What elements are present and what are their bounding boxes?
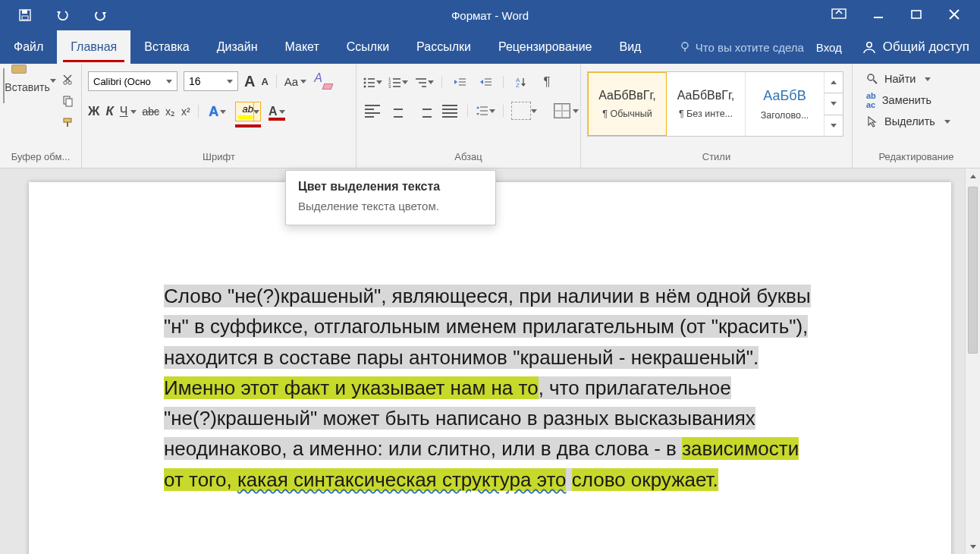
subscript-button[interactable]: x₂	[165, 105, 175, 118]
tell-me-placeholder: Что вы хотите сдела	[696, 41, 804, 54]
search-icon	[866, 73, 878, 85]
underline-button[interactable]: Ч	[120, 105, 137, 118]
group-font: Calibri (Осно 16 A A Aa A Ж К Ч abc x₂ x…	[82, 64, 357, 168]
group-label-editing: Редактирование	[853, 151, 980, 168]
tab-view[interactable]: Вид	[605, 30, 655, 64]
tab-mailings[interactable]: Рассылки	[403, 30, 485, 64]
save-icon[interactable]	[17, 7, 33, 24]
scrollbar-thumb[interactable]	[968, 187, 978, 354]
justify-button[interactable]	[440, 102, 460, 120]
svg-text:3: 3	[388, 84, 391, 88]
font-name-combo[interactable]: Calibri (Осно	[88, 71, 177, 91]
numbering-button[interactable]: 123	[388, 73, 408, 91]
style-no-spacing[interactable]: АаБбВвГг, ¶ Без инте...	[667, 72, 746, 136]
cursor-icon	[866, 115, 878, 127]
group-label-styles: Стили	[581, 151, 852, 168]
svg-line-47	[874, 80, 878, 84]
tab-file[interactable]: Файл	[0, 30, 57, 64]
close-icon[interactable]	[948, 8, 960, 23]
find-button[interactable]: Найти	[866, 73, 950, 85]
sign-in-link[interactable]: Вход	[807, 30, 851, 64]
group-styles: АаБбВвГг, ¶ Обычный АаБбВвГг, ¶ Без инте…	[581, 64, 853, 168]
text-highlight-color-button[interactable]: ab	[235, 102, 261, 121]
share-button[interactable]: Общий доступ	[851, 30, 980, 64]
redo-icon[interactable]	[93, 7, 109, 24]
group-clipboard: Вставить Буфер обм...	[0, 64, 82, 168]
bullets-button[interactable]	[363, 73, 382, 91]
document-paragraph[interactable]: Слово "не(?)крашеный", являющееся, при н…	[164, 281, 822, 495]
lightbulb-icon	[679, 41, 691, 53]
page[interactable]: Слово "не(?)крашеный", являющееся, при н…	[29, 182, 951, 554]
grow-font-button[interactable]: A	[244, 73, 255, 90]
document-canvas: Слово "не(?)крашеный", являющееся, при н…	[0, 168, 980, 554]
share-icon	[862, 39, 877, 55]
tab-layout[interactable]: Макет	[272, 30, 333, 64]
replace-button[interactable]: abac Заменить	[866, 91, 950, 109]
scroll-down-icon[interactable]	[966, 539, 980, 554]
shrink-font-button[interactable]: A	[261, 76, 268, 87]
svg-rect-16	[66, 99, 72, 106]
style-normal[interactable]: АаБбВвГг, ¶ Обычный	[588, 72, 667, 136]
svg-point-21	[364, 82, 366, 84]
font-color-button[interactable]: A	[267, 102, 287, 121]
svg-rect-17	[64, 118, 71, 122]
align-center-button[interactable]	[388, 102, 408, 120]
svg-text:Z: Z	[516, 82, 520, 88]
group-paragraph: 123 AZ ¶ Абзац	[357, 64, 581, 168]
borders-button[interactable]	[554, 103, 579, 118]
svg-point-11	[64, 81, 67, 84]
svg-point-19	[364, 78, 366, 80]
superscript-button[interactable]: x²	[181, 105, 190, 118]
ribbon: Вставить Буфер обм... Calibri (Осно 16 A…	[0, 64, 980, 168]
svg-point-10	[867, 42, 872, 47]
tab-references[interactable]: Ссылки	[333, 30, 403, 64]
window-controls	[831, 8, 980, 23]
show-paragraph-marks-button[interactable]: ¶	[537, 73, 557, 91]
font-size-combo[interactable]: 16	[184, 71, 238, 91]
styles-gallery-more[interactable]	[825, 72, 843, 136]
decrease-indent-button[interactable]	[450, 73, 470, 91]
text-effects-button[interactable]: A	[206, 102, 229, 121]
clipboard-icon	[3, 68, 5, 103]
select-button[interactable]: Выделить	[866, 115, 950, 127]
increase-indent-button[interactable]	[476, 73, 495, 91]
italic-button[interactable]: К	[105, 104, 113, 119]
tooltip-title: Цвет выделения текста	[298, 180, 483, 194]
tooltip-body: Выделение текста цветом.	[298, 200, 483, 212]
undo-icon[interactable]	[55, 7, 71, 24]
cut-icon[interactable]	[59, 71, 76, 88]
change-case-button[interactable]: Aa	[284, 75, 306, 88]
scroll-up-icon[interactable]	[966, 168, 980, 184]
style-heading1[interactable]: АаБбВ Заголово...	[746, 72, 825, 136]
tab-insert[interactable]: Вставка	[130, 30, 203, 64]
minimize-icon[interactable]	[872, 8, 884, 23]
group-label-clipboard: Буфер обм...	[0, 151, 81, 168]
replace-icon: abac	[866, 91, 876, 109]
tell-me-search[interactable]: Что вы хотите сдела	[671, 30, 807, 64]
align-left-button[interactable]	[363, 102, 382, 120]
group-label-font: Шрифт	[82, 151, 356, 168]
tab-review[interactable]: Рецензирование	[485, 30, 606, 64]
svg-rect-5	[912, 11, 921, 18]
svg-point-46	[868, 74, 874, 80]
tab-home[interactable]: Главная	[57, 30, 130, 64]
strikethrough-button[interactable]: abc	[143, 105, 160, 118]
sort-button[interactable]: AZ	[511, 73, 531, 91]
clear-formatting-button[interactable]: A	[313, 73, 332, 90]
multilevel-list-button[interactable]	[414, 73, 434, 91]
bold-button[interactable]: Ж	[88, 104, 99, 119]
shading-button[interactable]	[511, 102, 537, 120]
paste-button[interactable]: Вставить	[6, 68, 53, 106]
maximize-icon[interactable]	[910, 8, 922, 23]
line-spacing-button[interactable]	[476, 102, 495, 120]
copy-icon[interactable]	[59, 93, 76, 109]
svg-rect-1	[22, 10, 27, 14]
vertical-scrollbar[interactable]	[965, 168, 980, 554]
ribbon-display-options-icon[interactable]	[831, 8, 847, 23]
title-bar: Формат - Word	[0, 0, 980, 30]
highlighter-icon: ab	[243, 103, 253, 115]
format-painter-icon[interactable]	[59, 114, 76, 131]
tab-design[interactable]: Дизайн	[203, 30, 272, 64]
align-right-button[interactable]	[414, 102, 434, 120]
tooltip-highlight-color: Цвет выделения текста Выделение текста ц…	[285, 170, 496, 225]
